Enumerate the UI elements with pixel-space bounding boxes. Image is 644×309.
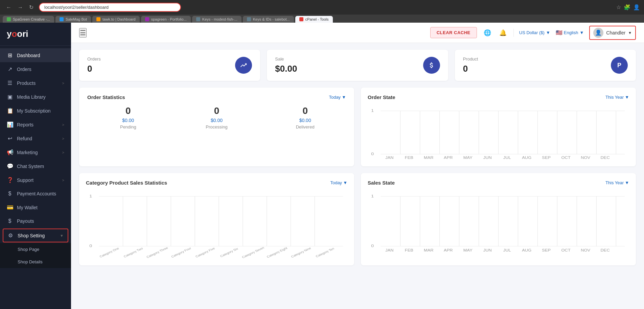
sidebar-item-support-label: Support bbox=[17, 177, 58, 183]
order-stats-filter-label: Today bbox=[329, 95, 341, 100]
svg-text:AUG: AUG bbox=[522, 248, 531, 252]
browser-tab-4[interactable]: spagreen - Portfolio... bbox=[141, 16, 191, 23]
currency-chevron-icon: ▼ bbox=[546, 30, 550, 35]
wallet-icon: 💳 bbox=[7, 204, 13, 211]
stat-icon-product: P bbox=[611, 57, 628, 74]
sidebar-item-chat-system[interactable]: 💬 Chat System bbox=[0, 159, 71, 173]
pending-label: Pending bbox=[87, 124, 169, 129]
tab-label-2: SaleMag Bot bbox=[66, 17, 87, 21]
order-state-filter[interactable]: This Year ▼ bbox=[605, 95, 629, 100]
topbar: ☰ CLEAR CACHE 🌐 🔔 US Dollar ($) ▼ 🇺🇸 Eng… bbox=[71, 23, 644, 43]
stat-value-product: 0 bbox=[463, 64, 478, 74]
tab-label-5: Keys - modest-fish-... bbox=[202, 17, 237, 21]
back-button[interactable]: ← bbox=[4, 4, 14, 11]
svg-text:Category Eight: Category Eight bbox=[266, 246, 288, 259]
sidebar-item-my-wallet[interactable]: 💳 My Wallet bbox=[0, 200, 71, 214]
shop-setting-arrow-icon: ▼ bbox=[60, 234, 64, 238]
category-sales-filter-arrow: ▼ bbox=[343, 180, 347, 185]
product-p-label: P bbox=[617, 62, 621, 69]
tab-label-3: tawk.to | Dashboard bbox=[102, 17, 136, 21]
order-stat-delivered: 0 $0.00 Delivered bbox=[264, 105, 346, 129]
address-bar[interactable] bbox=[39, 3, 181, 12]
tab-label-7: cPanel - Tools bbox=[305, 17, 329, 21]
trending-up-icon bbox=[240, 62, 247, 69]
order-state-card: Order State This Year ▼ 1 0 bbox=[361, 88, 636, 166]
tab-label-1: SpaGreen Creative -... bbox=[13, 17, 50, 21]
svg-text:Category Ten: Category Ten bbox=[315, 247, 335, 258]
svg-text:Category Six: Category Six bbox=[220, 247, 239, 258]
browser-tab-5[interactable]: Keys - modest-fish-... bbox=[192, 16, 242, 23]
sidebar-item-refund[interactable]: ↩ Refund > bbox=[0, 132, 71, 145]
globe-button[interactable]: 🌐 bbox=[482, 28, 492, 38]
sales-state-filter-arrow: ▼ bbox=[625, 180, 629, 185]
browser-tab-6[interactable]: Keys & IDs - salebot... bbox=[243, 16, 294, 23]
processing-label: Processing bbox=[176, 124, 258, 129]
delivered-num: 0 bbox=[264, 105, 346, 116]
svg-text:AUG: AUG bbox=[522, 156, 531, 160]
order-state-header: Order State This Year ▼ bbox=[368, 94, 629, 100]
hamburger-button[interactable]: ☰ bbox=[79, 28, 87, 38]
dollar-icon bbox=[428, 62, 435, 69]
sidebar-item-support[interactable]: ❓ Support > bbox=[0, 173, 71, 187]
language-label: English bbox=[564, 30, 578, 35]
processing-num: 0 bbox=[176, 105, 258, 116]
sidebar-item-my-subscription[interactable]: 📋 My Subscription bbox=[0, 104, 71, 118]
sidebar-item-marketing[interactable]: 📢 Marketing > bbox=[0, 145, 71, 159]
browser-tab-1[interactable]: SpaGreen Creative -... bbox=[3, 16, 54, 23]
bookmark-button[interactable]: ☆ bbox=[616, 4, 621, 10]
refresh-button[interactable]: ↻ bbox=[27, 3, 36, 11]
order-state-svg: 1 0 bbox=[368, 105, 629, 160]
payouts-icon: $ bbox=[7, 218, 13, 224]
profile-button[interactable]: 👤 bbox=[633, 4, 640, 10]
category-sales-filter-label: Today bbox=[330, 180, 342, 185]
topbar-divider bbox=[513, 29, 514, 37]
browser-tab-7[interactable]: cPanel - Tools bbox=[295, 16, 333, 23]
language-chevron-icon: ▼ bbox=[579, 30, 584, 35]
sales-state-filter[interactable]: This Year ▼ bbox=[605, 180, 629, 185]
sidebar-item-shop-details[interactable]: Shop Details bbox=[0, 256, 71, 268]
sidebar-item-reports-label: Reports bbox=[17, 122, 58, 127]
charts-row-1: Order Statistics Today ▼ 0 $0.00 Pending bbox=[79, 88, 636, 166]
sidebar-item-orders-label: Orders bbox=[17, 67, 64, 72]
svg-text:JUN: JUN bbox=[483, 156, 492, 160]
sidebar-item-products[interactable]: ☰ Products > bbox=[0, 76, 71, 90]
sidebar-item-payouts[interactable]: $ Payouts bbox=[0, 214, 71, 228]
tab-favicon-3 bbox=[96, 17, 100, 21]
sidebar-item-reports[interactable]: 📊 Reports > bbox=[0, 118, 71, 132]
sidebar: yoori ⊞ Dashboard ↗ Orders ☰ Products > … bbox=[0, 23, 71, 309]
sidebar-item-shop-page[interactable]: Shop Page bbox=[0, 243, 71, 256]
payment-icon: $ bbox=[7, 191, 13, 197]
sidebar-item-payouts-label: Payouts bbox=[17, 218, 64, 224]
shop-setting-submenu: Shop Page Shop Details bbox=[0, 243, 71, 268]
currency-selector[interactable]: US Dollar ($) ▼ bbox=[519, 30, 550, 35]
sidebar-item-payment-label: Payment Accounts bbox=[17, 191, 64, 196]
sidebar-item-dashboard[interactable]: ⊞ Dashboard bbox=[0, 48, 71, 62]
sales-state-chart: 1 0 bbox=[368, 191, 629, 259]
stat-value-orders: 0 bbox=[87, 64, 101, 74]
forward-button[interactable]: → bbox=[16, 4, 25, 11]
clear-cache-button[interactable]: CLEAR CACHE bbox=[430, 27, 477, 38]
svg-text:JUN: JUN bbox=[483, 248, 492, 252]
extension-button[interactable]: 🧩 bbox=[624, 4, 630, 10]
tab-label-4: spagreen - Portfolio... bbox=[151, 17, 187, 21]
language-selector[interactable]: 🇺🇸 English ▼ bbox=[556, 29, 584, 36]
sidebar-item-payment-accounts[interactable]: $ Payment Accounts bbox=[0, 187, 71, 200]
order-stats-title: Order Statistics bbox=[87, 94, 125, 100]
order-stats-filter[interactable]: Today ▼ bbox=[329, 95, 346, 100]
sidebar-item-orders[interactable]: ↗ Orders bbox=[0, 62, 71, 76]
sidebar-item-media-library[interactable]: ▣ Media Library bbox=[0, 90, 71, 104]
svg-text:1: 1 bbox=[371, 108, 374, 113]
browser-tab-2[interactable]: SaleMag Bot bbox=[55, 16, 91, 23]
svg-text:0: 0 bbox=[89, 244, 92, 248]
tab-favicon-1 bbox=[7, 17, 11, 21]
user-menu[interactable]: 👤 Chandler ▼ bbox=[589, 26, 636, 40]
stat-info-orders: Orders 0 bbox=[87, 56, 101, 74]
tab-favicon-6 bbox=[247, 17, 251, 21]
sidebar-item-shop-setting[interactable]: ⚙ Shop Setting ▼ bbox=[3, 229, 68, 242]
pending-amount: $0.00 bbox=[87, 118, 169, 123]
browser-tab-3[interactable]: tawk.to | Dashboard bbox=[92, 16, 140, 23]
notifications-button[interactable]: 🔔 bbox=[498, 28, 508, 38]
sidebar-item-shop-page-label: Shop Page bbox=[18, 247, 64, 252]
category-sales-filter[interactable]: Today ▼ bbox=[330, 180, 347, 185]
svg-text:Category One: Category One bbox=[99, 246, 120, 258]
